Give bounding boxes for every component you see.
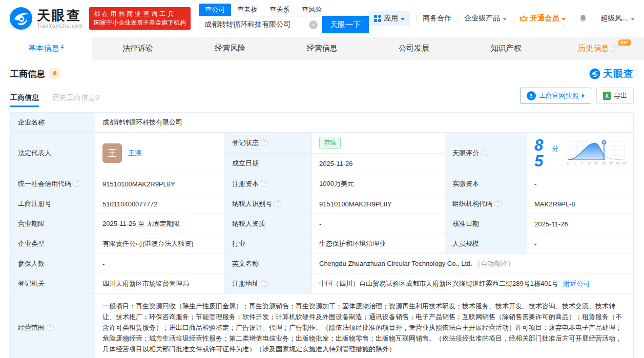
notification-bell-icon[interactable] [578, 14, 588, 23]
top-nav: 应用 商务合作 企业级产品 开通会员 超级风... [369, 11, 635, 26]
table-row: 参保人数 - 英文名称 Chengdu Zhuanzhuan Circular … [11, 254, 634, 274]
legal-rep-cell: 王 王溯 [95, 133, 225, 174]
table-row: 营业期限 2025-11-26 至 无固定期限 纳税人资质 - 核准日期 202… [11, 214, 634, 234]
svg-text:97: 97 [609, 161, 613, 165]
divider [594, 15, 594, 23]
help-icon[interactable]: ? [494, 200, 502, 207]
stamp-icon [527, 91, 536, 100]
biz-term-value: 2025-11-26 至 无固定期限 [95, 214, 225, 234]
tab-legal-lawsuits[interactable]: 法律诉讼 [92, 37, 184, 60]
divider [513, 15, 513, 23]
logo-domain: TianYanCha.com [37, 23, 83, 29]
tab-history-info[interactable]: VIP 历史信息 ? [552, 37, 644, 60]
export-button[interactable]: X 导出 [596, 88, 634, 104]
tab-operation-info[interactable]: 经营信息 [276, 37, 368, 60]
approval-date-label: 核准日期 [445, 214, 527, 234]
help-icon[interactable]: ? [261, 280, 268, 287]
nav-apps[interactable]: 应用 [369, 11, 410, 26]
table-row: 经营范围? 一般项目：再生资源回收（除生产性废旧金属）；再生资源销售；再生资源加… [11, 294, 634, 358]
svg-text:15: 15 [587, 161, 591, 165]
english-name-value: Chengdu Zhuanzhuan Circular Technology C… [312, 254, 634, 274]
nav-vip[interactable]: 开通会员 [520, 14, 566, 23]
help-icon[interactable]: ? [611, 45, 618, 52]
brand-slogan-banner: 都在用的商业查询工具 国家中小企业发展子基金旗下机构 [89, 7, 191, 30]
industry-value: 生态保护和环境治理业 [312, 234, 445, 254]
official-snapshot-button[interactable]: 工商官网快照 [520, 88, 591, 104]
company-name-value: 成都转转循环科技有限公司 [95, 113, 634, 133]
legal-rep-link[interactable]: 王溯 [128, 149, 141, 158]
taxpayer-qual-label: 纳税人资质 [225, 214, 312, 234]
tab-count: 4 [60, 44, 64, 50]
search-input[interactable] [199, 20, 322, 29]
reg-number-value: 510110400077772 [95, 194, 225, 214]
reg-capital-value: 1000万美元 [312, 174, 445, 194]
nav-enterprise[interactable]: 企业级产品 [464, 14, 507, 23]
subtab-history-business-info[interactable]: 历史工商信息0 [52, 93, 99, 107]
tianyancha-logo[interactable]: 天眼查 TianYanCha.com [9, 7, 83, 30]
paid-capital-value: - [527, 174, 634, 194]
tianyancha-logo-icon [9, 7, 33, 30]
reg-authority-label: 登记机关 [11, 274, 95, 294]
search-tab-company[interactable]: 查公司 [199, 4, 231, 16]
search-tab-boss[interactable]: 查老板 [231, 4, 263, 16]
table-row: 统一社会信用代码? 91510100MAK2R9PL8Y 注册资本? 1000万… [11, 174, 634, 194]
help-icon[interactable]: ? [274, 200, 281, 207]
divider [572, 15, 572, 23]
svg-text:1: 1 [574, 161, 576, 165]
crown-icon [520, 15, 528, 22]
est-date-value: 2025-11-26 [312, 153, 445, 174]
section-title: 工商信息 [10, 68, 45, 80]
search-tab-risk[interactable]: 查风险 [296, 4, 328, 16]
taxpayer-id-label: 纳税人识别号? [225, 194, 312, 214]
avatar: 王 [102, 143, 122, 163]
vip-badge: VIP [618, 39, 631, 46]
clear-search-icon[interactable]: × [309, 20, 318, 29]
score-cell: 85 分 [527, 133, 634, 174]
top-header: 天眼查 TianYanCha.com 都在用的商业查询工具 国家中小企业发展子基… [0, 0, 644, 37]
credit-code-label: 统一社会信用代码? [11, 174, 95, 194]
help-icon[interactable]: ? [481, 149, 488, 156]
business-scope-value: 一般项目：再生资源回收（除生产性废旧金属）；再生资源销售；再生资源加工；固体废物… [95, 294, 634, 358]
svg-text:100: 100 [622, 161, 626, 165]
company-type-label: 企业类型 [11, 234, 95, 254]
table-row: 法定代表人 王 王溯 登记状态? 存续 天眼评分? 85 分 [11, 133, 634, 154]
reg-authority-value: 四川天府新区市场监督管理局 [95, 274, 225, 294]
credit-code-value: 91510100MAK2R9PL8Y [95, 174, 225, 194]
search-tab-relation[interactable]: 查关系 [263, 4, 296, 16]
tab-company-development[interactable]: 公司发展 [368, 37, 460, 60]
help-icon[interactable]: ? [261, 139, 268, 146]
tab-intellectual-property[interactable]: 知识产权 [460, 37, 552, 60]
nav-cooperation[interactable]: 商务合作 [423, 14, 451, 23]
subscribe-bell-icon[interactable] [49, 68, 60, 79]
table-row: 企业名称 成都转转循环科技有限公司 [11, 113, 634, 133]
search-module: 查公司 查老板 查关系 查风险 × 天眼一下 [199, 4, 369, 33]
divider [416, 15, 417, 23]
tab-operation-risk[interactable]: 经营风险 [184, 37, 276, 60]
table-row: 登记机关 四川天府新区市场监督管理局 注册地址? 中国（四川）自由贸易试验区成都… [11, 274, 634, 294]
svg-text:50: 50 [594, 161, 598, 165]
nearby-companies-link[interactable]: 附近公司 [563, 280, 590, 287]
taxpayer-qual-value: - [312, 214, 445, 234]
help-icon[interactable]: ? [73, 180, 80, 187]
tab-basic-info[interactable]: 基本信息 4 [0, 37, 92, 60]
arrow-right-icon [582, 94, 585, 98]
insured-value: - [95, 254, 225, 274]
nav-super-risk[interactable]: 超级风... [600, 14, 635, 23]
reg-address-label: 注册地址? [225, 274, 312, 294]
subtab-business-info[interactable]: 工商信息 [10, 93, 39, 107]
org-code-label: 组织机构代码? [445, 194, 527, 214]
org-code-value: MAK2R9PL-8 [527, 194, 634, 214]
chevron-down-icon [401, 18, 405, 20]
business-scope-label: 经营范围? [11, 294, 95, 358]
help-icon[interactable]: ? [261, 180, 268, 187]
svg-text:99: 99 [616, 161, 619, 165]
reg-status-value: 存续 [312, 133, 445, 154]
svg-text:85: 85 [603, 161, 606, 165]
search-button[interactable]: 天眼一下 [322, 16, 369, 33]
logo-text: 天眼查 [37, 9, 83, 22]
tianyancha-watermark-icon [589, 68, 600, 79]
english-name-label: 英文名称 [225, 254, 312, 274]
apps-grid-icon [374, 15, 381, 22]
status-badge: 存续 [319, 137, 341, 149]
help-icon[interactable]: ? [47, 324, 54, 331]
